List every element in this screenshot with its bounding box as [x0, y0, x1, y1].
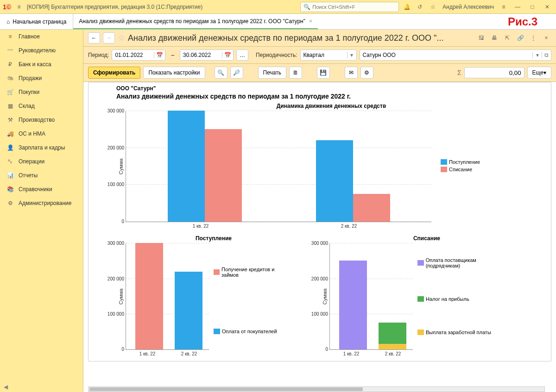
- sidebar-item-bank[interactable]: ₽Банк и касса: [0, 57, 83, 71]
- chevron-down-icon[interactable]: ▾: [347, 52, 356, 58]
- close-button[interactable]: ✕: [541, 2, 553, 12]
- bar-buyers-q2: [175, 272, 202, 349]
- legend-item-tax: Налог на прибыль: [417, 296, 510, 302]
- period-picker-button[interactable]: …: [236, 50, 248, 61]
- org-combo[interactable]: ▾ ⧉: [360, 50, 551, 61]
- sidebar-label: Производство: [19, 117, 55, 123]
- toolbar: Сформировать Показать настройки 🔍 🔎 Печа…: [83, 64, 556, 82]
- sidebar-item-warehouse[interactable]: ▦Склад: [0, 99, 83, 113]
- ytick: 100 000: [103, 182, 124, 187]
- star-icon[interactable]: ☆: [428, 2, 438, 12]
- close-tab-icon[interactable]: ×: [309, 18, 312, 25]
- search-box[interactable]: 🔍: [300, 2, 399, 12]
- xtick: 2 кв. 22: [372, 351, 414, 356]
- print-button[interactable]: Печать: [258, 67, 286, 79]
- savefile-button[interactable]: 💾: [317, 67, 330, 79]
- bell-icon[interactable]: 🔔: [402, 2, 412, 12]
- bar-in-q2: [316, 140, 353, 222]
- home-alt-icon: ≡: [6, 33, 14, 40]
- preview-button[interactable]: 🗎: [289, 67, 302, 79]
- date-to-input[interactable]: [180, 52, 222, 58]
- sum-input[interactable]: [464, 67, 524, 78]
- home-tab[interactable]: ⌂ Начальная страница: [0, 14, 73, 29]
- calendar-icon[interactable]: 📅: [154, 52, 165, 58]
- export-icon[interactable]: ⇱: [502, 33, 512, 43]
- maximize-button[interactable]: □: [526, 2, 538, 12]
- active-tab[interactable]: Анализ движений денежных средств по пери…: [73, 14, 318, 29]
- save-icon[interactable]: 🖫: [476, 33, 486, 43]
- app-logo: 1©: [3, 3, 11, 11]
- chart-icon: 📊: [6, 172, 14, 179]
- org-input[interactable]: [360, 52, 532, 58]
- print-icon[interactable]: 🖶: [489, 33, 499, 43]
- sidebar-label: Руководителю: [19, 47, 56, 54]
- chevron-down-icon[interactable]: ▾: [532, 52, 542, 58]
- books-icon: 📚: [6, 186, 14, 193]
- scrollbar-thumb[interactable]: [89, 387, 363, 391]
- bar-suppliers-q1: [339, 261, 367, 349]
- nav-back-button[interactable]: ←: [88, 32, 100, 44]
- open-icon[interactable]: ⧉: [542, 52, 551, 58]
- chart2-title: Поступление: [116, 235, 311, 242]
- report-viewport: ООО "Сатурн" Анализ движений денежных ср…: [83, 82, 556, 392]
- date-from-input[interactable]: [112, 52, 154, 58]
- menu-icon[interactable]: ≡: [14, 2, 24, 12]
- sidebar-item-directories[interactable]: 📚Справочники: [0, 182, 83, 196]
- user-menu-icon[interactable]: ≡: [499, 2, 509, 12]
- sidebar-item-operations[interactable]: ᴬₖОперации: [0, 155, 83, 168]
- sidebar-collapse-button[interactable]: ◀: [0, 382, 83, 392]
- legend-item-out: Списание: [441, 167, 480, 172]
- link-icon[interactable]: 🔗: [515, 33, 525, 43]
- sidebar-item-main[interactable]: ≡Главное: [0, 30, 83, 44]
- ytick: 300 000: [103, 241, 124, 246]
- periodicity-input[interactable]: [301, 52, 347, 58]
- sidebar-item-admin[interactable]: ⚙Администрирование: [0, 196, 83, 210]
- calendar-icon[interactable]: 📅: [222, 52, 233, 58]
- search-input[interactable]: [312, 4, 396, 10]
- report-org: ООО "Сатурн": [116, 85, 546, 92]
- kebab-icon[interactable]: ⋮: [528, 33, 538, 43]
- active-tab-label: Анализ движений денежных средств по пери…: [79, 18, 305, 25]
- cart-icon: 🛒: [6, 89, 14, 95]
- bar-out-q2: [353, 194, 390, 222]
- horizontal-scrollbar[interactable]: [88, 386, 545, 392]
- sidebar-item-reports[interactable]: 📊Отчеты: [0, 168, 83, 182]
- nav-forward-button[interactable]: →: [103, 32, 115, 44]
- sigma-icon: Σ: [457, 69, 461, 76]
- report-title: Анализ движений денежных средств по пери…: [116, 93, 546, 100]
- document-title: Анализ движений денежных средств по пери…: [128, 33, 474, 43]
- mail-button[interactable]: ✉: [345, 67, 358, 79]
- minimize-button[interactable]: —: [512, 2, 524, 12]
- sidebar-item-manager[interactable]: 〰Руководителю: [0, 44, 83, 57]
- config-mail-button[interactable]: ⚙: [360, 67, 373, 79]
- sidebar-label: Главное: [19, 33, 40, 40]
- gear-icon: ⚙: [6, 200, 14, 206]
- show-settings-button[interactable]: Показать настройки: [143, 67, 205, 79]
- find-button[interactable]: 🔍: [215, 67, 227, 79]
- sidebar-item-purchases[interactable]: 🛒Покупки: [0, 85, 83, 99]
- pulse-icon: 〰: [6, 47, 14, 54]
- user-name[interactable]: Андрей Алексеевич: [441, 4, 496, 10]
- sidebar-item-production[interactable]: ⚒Производство: [0, 113, 83, 127]
- close-panel-icon[interactable]: ×: [541, 33, 551, 43]
- more-button[interactable]: Еще ▾: [527, 67, 551, 79]
- sidebar-label: Зарплата и кадры: [19, 144, 65, 151]
- sidebar-item-hr[interactable]: 👤Зарплата и кадры: [0, 141, 83, 155]
- periodicity-combo[interactable]: ▾: [300, 50, 357, 61]
- legend-item-suppliers: Оплата поставщикам (подрядчикам): [417, 257, 510, 268]
- fav-icon[interactable]: ☆: [118, 33, 125, 43]
- form-button[interactable]: Сформировать: [88, 67, 140, 79]
- history-icon[interactable]: ↺: [415, 2, 425, 12]
- sidebar-item-assets[interactable]: 🚚ОС и НМА: [0, 127, 83, 141]
- date-to-field[interactable]: 📅: [180, 50, 234, 61]
- sidebar-label: Администрирование: [19, 200, 71, 206]
- legend-item-salary: Выплата заработной платы: [417, 330, 510, 335]
- periodicity-label: Периодичность:: [256, 52, 297, 58]
- main-content: ← → ☆ Анализ движений денежных средств п…: [83, 30, 556, 392]
- sidebar-label: Склад: [19, 103, 35, 109]
- y-axis-label: Сумма: [116, 243, 126, 350]
- search-icon: 🔍: [303, 4, 310, 10]
- find-next-button[interactable]: 🔎: [230, 67, 243, 79]
- date-from-field[interactable]: 📅: [112, 50, 165, 61]
- sidebar-item-sales[interactable]: 🛍Продажи: [0, 71, 83, 85]
